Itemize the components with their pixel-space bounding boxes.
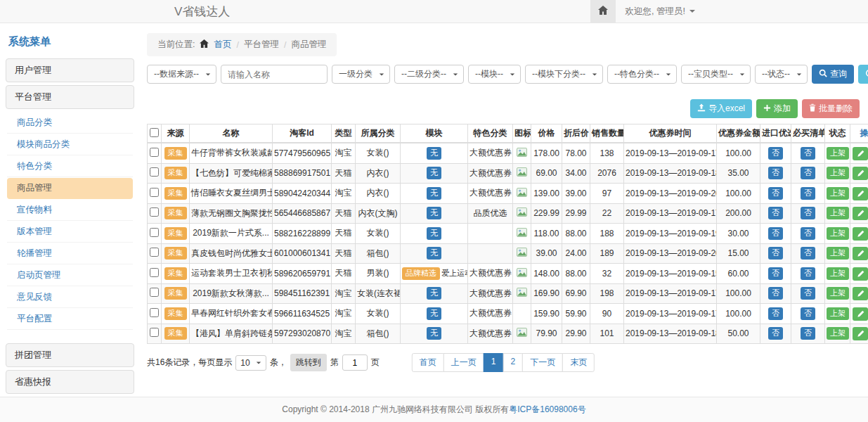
filter-select[interactable]: --数据来源--: [147, 65, 216, 84]
jump-button[interactable]: 跳转到: [290, 354, 327, 371]
sidebar-sublink[interactable]: 特色分类: [7, 156, 133, 177]
imported-toggle-badge[interactable]: 否: [768, 267, 783, 280]
imported-toggle-badge[interactable]: 否: [768, 327, 783, 340]
name-search-input[interactable]: [221, 65, 328, 84]
sidebar-sublink[interactable]: 模块商品分类: [7, 134, 133, 155]
edit-button[interactable]: [853, 147, 868, 160]
row-checkbox[interactable]: [150, 308, 159, 317]
must-buy-toggle-badge[interactable]: 否: [801, 147, 815, 160]
edit-button[interactable]: [853, 307, 868, 321]
page-button[interactable]: 首页: [412, 353, 444, 372]
row-checkbox[interactable]: [150, 248, 159, 257]
cell-sales: 198: [590, 283, 624, 304]
edit-button[interactable]: [853, 227, 868, 241]
edit-button[interactable]: [853, 327, 868, 340]
filter-select[interactable]: --特色分类--: [607, 65, 677, 84]
sidebar-group[interactable]: 拼团管理: [6, 343, 134, 367]
must-buy-toggle-badge[interactable]: 否: [801, 227, 815, 240]
select-all-checkbox[interactable]: [150, 128, 159, 137]
sidebar-sublink[interactable]: 版本管理: [7, 222, 133, 243]
home-button[interactable]: [590, 0, 616, 23]
jump-page-input[interactable]: [342, 354, 368, 371]
edit-button[interactable]: [853, 207, 868, 220]
status-badge[interactable]: 上架: [827, 187, 849, 200]
page-button[interactable]: 下一页: [522, 353, 563, 372]
search-button[interactable]: 查询: [812, 65, 854, 84]
row-checkbox[interactable]: [150, 167, 159, 177]
app-brand[interactable]: V省钱达人: [174, 4, 230, 20]
imported-toggle-badge[interactable]: 否: [768, 287, 783, 300]
page-button[interactable]: 1: [484, 353, 504, 372]
pagination-bar: 共16条记录，每页显示 10 条， 跳转到 第 页 首页上一页12下一页末页: [147, 354, 860, 371]
chevron-down-icon: [453, 73, 458, 75]
sidebar-group-platform[interactable]: 平台管理: [6, 85, 134, 109]
icp-link[interactable]: 粤ICP备16098006号: [509, 404, 585, 414]
edit-button[interactable]: [853, 187, 868, 200]
must-buy-toggle-badge[interactable]: 否: [801, 307, 815, 320]
sidebar-sublink[interactable]: 意见反馈: [7, 287, 133, 308]
imported-toggle-badge[interactable]: 否: [768, 247, 783, 260]
must-buy-toggle-badge[interactable]: 否: [801, 167, 815, 179]
batch-delete-button[interactable]: 批量删除: [802, 99, 860, 118]
sidebar-sublink[interactable]: 平台配置: [7, 309, 133, 330]
status-badge[interactable]: 上架: [827, 327, 849, 340]
user-menu[interactable]: 欢迎您, 管理员!: [616, 6, 699, 18]
filter-select[interactable]: --状态--: [755, 65, 808, 84]
row-checkbox[interactable]: [150, 188, 159, 197]
imported-toggle-badge[interactable]: 否: [768, 307, 783, 320]
cell-type: 淘宝: [332, 143, 356, 163]
must-buy-toggle-badge[interactable]: 否: [801, 287, 815, 300]
edit-button[interactable]: [853, 287, 868, 300]
must-buy-toggle-badge[interactable]: 否: [801, 327, 815, 340]
edit-button[interactable]: [853, 267, 868, 281]
filter-select[interactable]: --模块--: [468, 65, 521, 84]
row-checkbox[interactable]: [150, 228, 159, 237]
imported-toggle-badge[interactable]: 否: [768, 187, 783, 200]
page-button[interactable]: 上一页: [443, 353, 484, 372]
breadcrumb-home-link[interactable]: 首页: [214, 39, 231, 51]
sidebar-group-users[interactable]: 用户管理: [6, 58, 134, 82]
edit-button[interactable]: [853, 247, 868, 260]
row-checkbox[interactable]: [150, 268, 159, 277]
must-buy-toggle-badge[interactable]: 否: [801, 247, 815, 260]
row-checkbox[interactable]: [150, 148, 159, 157]
cell-feature: 品质优选: [468, 203, 513, 224]
sidebar-sublink[interactable]: 商品管理: [7, 178, 133, 199]
import-excel-button[interactable]: 导入excel: [690, 99, 752, 118]
filter-select[interactable]: --二级分类--: [394, 65, 464, 84]
status-badge[interactable]: 上架: [827, 307, 849, 320]
status-badge[interactable]: 上架: [827, 207, 849, 219]
status-badge[interactable]: 上架: [827, 287, 849, 300]
row-checkbox[interactable]: [150, 328, 159, 337]
filter-select[interactable]: 一级分类: [332, 65, 390, 84]
edit-button[interactable]: [853, 167, 868, 180]
imported-toggle-badge[interactable]: 否: [768, 167, 783, 179]
filter-select[interactable]: --宝贝类型--: [681, 65, 751, 84]
sidebar-sublink[interactable]: 商品分类: [7, 113, 133, 134]
row-checkbox[interactable]: [150, 288, 159, 297]
page-button[interactable]: 2: [503, 353, 524, 372]
status-badge[interactable]: 上架: [827, 227, 849, 240]
row-checkbox[interactable]: [150, 207, 159, 217]
sidebar-sublink[interactable]: 轮播管理: [7, 243, 133, 264]
add-button[interactable]: 添加: [756, 99, 798, 118]
reset-button[interactable]: 重置: [858, 65, 868, 84]
imported-toggle-badge[interactable]: 否: [768, 147, 783, 160]
imported-toggle-badge[interactable]: 否: [768, 207, 783, 219]
sidebar-sublink[interactable]: 宣传物料: [7, 200, 133, 221]
status-badge[interactable]: 上架: [827, 267, 849, 280]
sidebar-sublink[interactable]: 启动页管理: [7, 265, 133, 286]
status-badge[interactable]: 上架: [827, 247, 849, 260]
imported-toggle-badge[interactable]: 否: [768, 227, 783, 240]
per-page-select[interactable]: 10: [235, 355, 266, 371]
must-buy-toggle-badge[interactable]: 否: [801, 207, 815, 219]
status-badge[interactable]: 上架: [827, 147, 849, 160]
must-buy-toggle-badge[interactable]: 否: [801, 267, 815, 280]
status-badge[interactable]: 上架: [827, 167, 849, 179]
page-button[interactable]: 末页: [562, 353, 595, 372]
filter-select[interactable]: --模块下分类--: [525, 65, 603, 84]
plus-icon: [763, 104, 771, 114]
product-image: [517, 289, 527, 299]
sidebar-group[interactable]: 省惠快报: [6, 370, 134, 394]
must-buy-toggle-badge[interactable]: 否: [801, 187, 815, 200]
